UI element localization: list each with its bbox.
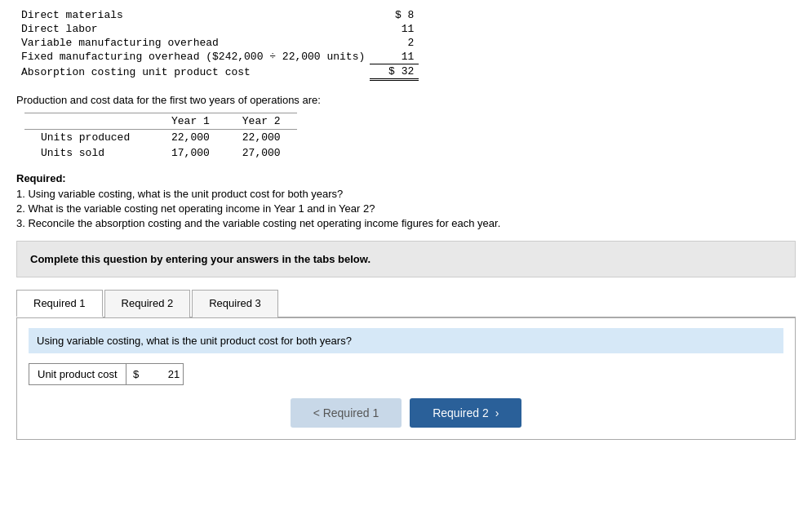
cost-value: 2 — [370, 36, 419, 50]
tab-required-3[interactable]: Required 3 — [192, 290, 278, 317]
production-title: Production and cost data for the first t… — [16, 94, 796, 106]
production-table: Year 1 Year 2 Units produced 22,000 22,0… — [24, 113, 297, 161]
cost-label: Variable manufacturing overhead — [16, 36, 370, 50]
cost-value: $ 8 — [370, 8, 419, 22]
required-item-2: 2. What is the variable costing net oper… — [16, 202, 796, 215]
cost-value: 11 — [370, 50, 419, 64]
prod-row-sold: Units sold 17,000 27,000 — [24, 145, 297, 161]
tab-question: Using variable costing, what is the unit… — [29, 328, 783, 353]
next-button[interactable]: Required 2 › — [410, 398, 521, 428]
unit-product-row: Unit product cost $ — [29, 363, 783, 385]
nav-buttons: < Required 1 Required 2 › — [29, 398, 783, 428]
tab-required-2-label: Required 2 — [122, 297, 174, 309]
chevron-right-icon: › — [495, 406, 499, 419]
prod-row-label: Units sold — [24, 145, 155, 161]
cost-label: Direct materials — [16, 8, 370, 22]
unit-product-cost-input-wrapper: $ — [126, 363, 184, 385]
required-item-3: 3. Reconcile the absorption costing and … — [16, 217, 796, 229]
prod-row-val1: 22,000 — [155, 130, 226, 146]
prod-header-label — [24, 113, 155, 130]
prev-button-label: < Required 1 — [313, 406, 379, 419]
next-button-label: Required 2 — [433, 406, 489, 419]
tab-content-area: Using variable costing, what is the unit… — [16, 318, 796, 440]
tab-required-1[interactable]: Required 1 — [16, 290, 103, 317]
cost-row-absorption-total: Absorption costing unit product cost $ 3… — [16, 64, 419, 80]
complete-instruction-text: Complete this question by entering your … — [30, 253, 371, 265]
dollar-symbol: $ — [126, 364, 142, 384]
cost-row-direct-materials: Direct materials $ 8 — [16, 8, 419, 22]
cost-table: Direct materials $ 8 Direct labor 11 Var… — [16, 8, 796, 81]
tabs-container: Required 1 Required 2 Required 3 Using v… — [16, 289, 796, 440]
tabs-row: Required 1 Required 2 Required 3 — [16, 289, 796, 318]
tab-required-2[interactable]: Required 2 — [104, 290, 191, 317]
cost-value: 11 — [370, 22, 419, 36]
cost-row-direct-labor: Direct labor 11 — [16, 22, 419, 36]
prod-row-val2: 27,000 — [226, 145, 297, 161]
prod-row-val2: 22,000 — [226, 130, 297, 146]
prod-row-label: Units produced — [24, 130, 155, 146]
prod-header-year2: Year 2 — [226, 113, 297, 130]
unit-product-cost-input[interactable] — [142, 364, 183, 384]
required-section: Required: 1. Using variable costing, wha… — [16, 172, 796, 229]
prod-row-val1: 17,000 — [155, 145, 226, 161]
unit-product-cost-label: Unit product cost — [29, 363, 126, 385]
tab-required-1-label: Required 1 — [33, 297, 86, 309]
production-section: Production and cost data for the first t… — [16, 94, 796, 161]
prev-button[interactable]: < Required 1 — [291, 398, 402, 428]
cost-label: Direct labor — [16, 22, 370, 36]
prod-header-year1: Year 1 — [155, 113, 226, 130]
required-title: Required: — [16, 172, 796, 184]
required-item-1: 1. Using variable costing, what is the u… — [16, 188, 796, 200]
prod-row-produced: Units produced 22,000 22,000 — [24, 130, 297, 146]
tab-required-3-label: Required 3 — [209, 297, 261, 309]
cost-row-variable-overhead: Variable manufacturing overhead 2 — [16, 36, 419, 50]
cost-value: $ 32 — [370, 64, 419, 80]
cost-label: Absorption costing unit product cost — [16, 64, 370, 80]
cost-label: Fixed manufacturing overhead ($242,000 ÷… — [16, 50, 370, 64]
complete-instruction-box: Complete this question by entering your … — [16, 241, 796, 277]
cost-row-fixed-overhead: Fixed manufacturing overhead ($242,000 ÷… — [16, 50, 419, 64]
